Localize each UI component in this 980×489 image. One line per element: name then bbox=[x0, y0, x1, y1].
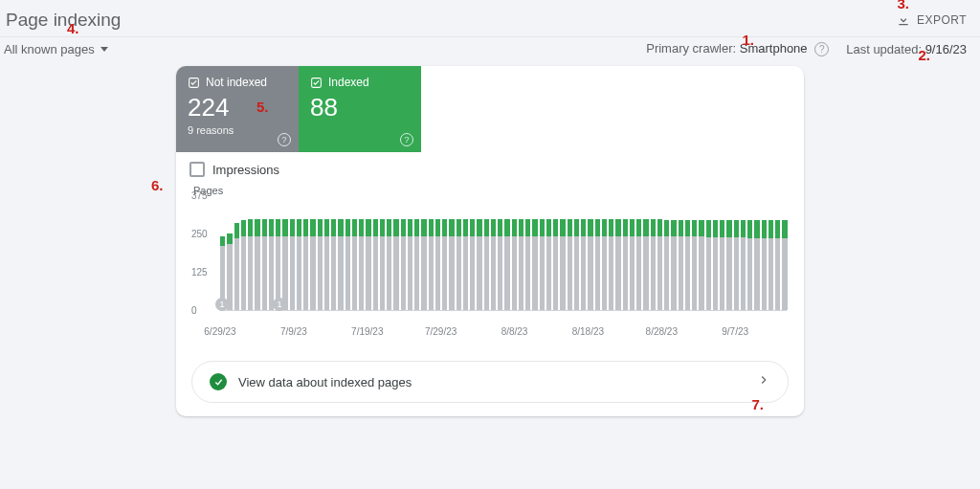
checkbox-icon bbox=[189, 162, 205, 177]
impressions-toggle[interactable]: Impressions bbox=[176, 152, 804, 181]
indexing-card: Not indexed 224 9 reasons ? Indexed 88 ?… bbox=[176, 66, 804, 416]
annotation-6: 6. bbox=[151, 177, 164, 193]
chart-ylabel: Pages bbox=[193, 185, 787, 196]
chart-xaxis: 6/29/237/9/237/19/237/29/238/8/238/18/23… bbox=[220, 326, 787, 340]
help-icon[interactable]: ? bbox=[400, 133, 413, 146]
view-indexed-pages-button[interactable]: View data about indexed pages bbox=[191, 361, 789, 403]
last-updated: Last updated: 9/16/23 bbox=[846, 42, 967, 56]
chevron-down-icon bbox=[100, 47, 108, 52]
scope-label: All known pages bbox=[4, 42, 95, 56]
primary-crawler: Primary crawler: Smartphone ? bbox=[646, 41, 829, 56]
export-button[interactable]: EXPORT bbox=[896, 12, 967, 28]
filter-bar: All known pages Primary crawler: Smartph… bbox=[0, 36, 980, 66]
check-circle-icon bbox=[210, 373, 227, 390]
cta-text: View data about indexed pages bbox=[238, 375, 412, 389]
tile-not-indexed-label: Not indexed bbox=[206, 76, 267, 89]
tile-not-indexed-sub: 9 reasons bbox=[188, 124, 287, 136]
tile-not-indexed[interactable]: Not indexed 224 9 reasons ? bbox=[176, 66, 299, 152]
tile-indexed[interactable]: Indexed 88 ? bbox=[299, 66, 421, 152]
tile-indexed-label: Indexed bbox=[328, 76, 369, 89]
last-updated-label: Last updated: bbox=[846, 42, 922, 56]
status-tiles: Not indexed 224 9 reasons ? Indexed 88 ? bbox=[176, 66, 804, 152]
page-title: Page indexing bbox=[6, 10, 121, 31]
chart-bars: 0125250375 bbox=[220, 196, 787, 311]
impressions-label: Impressions bbox=[212, 163, 279, 177]
tile-indexed-count: 88 bbox=[310, 93, 410, 122]
header: Page indexing EXPORT bbox=[0, 0, 980, 36]
checkbox-checked-icon bbox=[310, 77, 323, 89]
primary-crawler-value: Smartphone bbox=[740, 41, 808, 56]
export-label: EXPORT bbox=[917, 13, 967, 27]
primary-crawler-label: Primary crawler: bbox=[646, 41, 736, 56]
checkbox-checked-icon bbox=[188, 77, 200, 89]
chart: Pages 0125250375 6/29/237/9/237/19/237/2… bbox=[176, 181, 804, 340]
scope-dropdown[interactable]: All known pages bbox=[4, 42, 108, 56]
help-icon[interactable]: ? bbox=[814, 42, 829, 56]
tile-not-indexed-count: 224 bbox=[188, 93, 287, 122]
help-icon[interactable]: ? bbox=[278, 133, 291, 146]
download-icon bbox=[896, 12, 911, 28]
last-updated-value: 9/16/23 bbox=[925, 42, 967, 56]
chevron-right-icon bbox=[757, 373, 770, 390]
content: Not indexed 224 9 reasons ? Indexed 88 ?… bbox=[0, 66, 980, 416]
